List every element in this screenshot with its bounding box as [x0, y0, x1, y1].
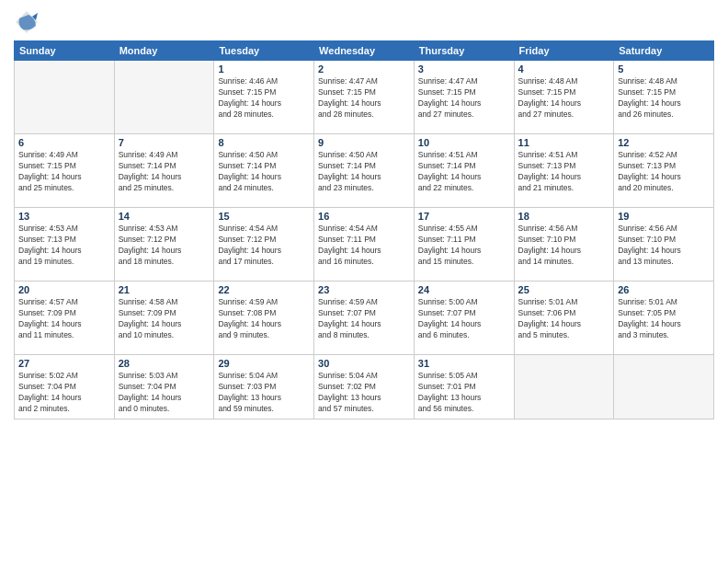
day-number: 21	[119, 284, 210, 295]
day-info: Sunrise: 4:57 AM Sunset: 7:09 PM Dayligh…	[18, 297, 110, 341]
day-info: Sunrise: 4:58 AM Sunset: 7:09 PM Dayligh…	[119, 297, 210, 341]
day-number: 10	[418, 137, 510, 148]
day-number: 18	[518, 211, 610, 222]
day-info: Sunrise: 4:55 AM Sunset: 7:11 PM Dayligh…	[418, 224, 510, 268]
calendar-cell: 12Sunrise: 4:52 AM Sunset: 7:13 PM Dayli…	[614, 134, 714, 208]
calendar-cell: 24Sunrise: 5:00 AM Sunset: 7:07 PM Dayli…	[414, 282, 514, 355]
calendar-cell: 28Sunrise: 5:03 AM Sunset: 7:04 PM Dayli…	[114, 355, 214, 419]
calendar-cell: 14Sunrise: 4:53 AM Sunset: 7:12 PM Dayli…	[114, 208, 214, 282]
day-number: 15	[218, 211, 310, 222]
calendar-cell: 19Sunrise: 4:56 AM Sunset: 7:10 PM Dayli…	[614, 208, 714, 282]
day-number: 14	[119, 211, 210, 222]
day-number: 5	[618, 63, 710, 75]
calendar-cell: 9Sunrise: 4:50 AM Sunset: 7:14 PM Daylig…	[314, 134, 415, 208]
day-info: Sunrise: 4:49 AM Sunset: 7:14 PM Dayligh…	[119, 150, 210, 194]
logo	[14, 9, 43, 35]
calendar-cell: 10Sunrise: 4:51 AM Sunset: 7:14 PM Dayli…	[414, 134, 514, 208]
day-info: Sunrise: 4:56 AM Sunset: 7:10 PM Dayligh…	[618, 224, 710, 268]
calendar-cell: 2Sunrise: 4:47 AM Sunset: 7:15 PM Daylig…	[314, 61, 415, 134]
weekday-header-sunday: Sunday	[15, 41, 115, 61]
day-info: Sunrise: 4:52 AM Sunset: 7:13 PM Dayligh…	[618, 150, 710, 194]
day-info: Sunrise: 5:01 AM Sunset: 7:05 PM Dayligh…	[618, 297, 710, 341]
day-number: 27	[18, 358, 110, 369]
calendar-cell: 16Sunrise: 4:54 AM Sunset: 7:11 PM Dayli…	[314, 208, 415, 282]
day-number: 29	[218, 358, 310, 369]
day-info: Sunrise: 4:48 AM Sunset: 7:15 PM Dayligh…	[518, 76, 610, 121]
day-info: Sunrise: 4:51 AM Sunset: 7:14 PM Dayligh…	[418, 150, 510, 194]
day-number: 28	[119, 358, 210, 369]
calendar-cell: 17Sunrise: 4:55 AM Sunset: 7:11 PM Dayli…	[414, 208, 514, 282]
day-info: Sunrise: 4:47 AM Sunset: 7:15 PM Dayligh…	[418, 76, 510, 121]
day-info: Sunrise: 5:04 AM Sunset: 7:02 PM Dayligh…	[318, 371, 410, 415]
day-info: Sunrise: 4:54 AM Sunset: 7:12 PM Dayligh…	[218, 224, 310, 268]
logo-icon	[14, 9, 40, 35]
calendar-cell	[514, 355, 614, 419]
day-info: Sunrise: 4:48 AM Sunset: 7:15 PM Dayligh…	[618, 76, 710, 121]
day-number: 11	[518, 137, 610, 148]
calendar-cell: 22Sunrise: 4:59 AM Sunset: 7:08 PM Dayli…	[214, 282, 314, 355]
calendar-cell: 1Sunrise: 4:46 AM Sunset: 7:15 PM Daylig…	[214, 61, 314, 134]
day-info: Sunrise: 5:05 AM Sunset: 7:01 PM Dayligh…	[418, 371, 510, 415]
calendar-cell: 26Sunrise: 5:01 AM Sunset: 7:05 PM Dayli…	[614, 282, 714, 355]
day-number: 26	[618, 284, 710, 295]
calendar-cell: 31Sunrise: 5:05 AM Sunset: 7:01 PM Dayli…	[414, 355, 514, 419]
day-info: Sunrise: 5:02 AM Sunset: 7:04 PM Dayligh…	[18, 371, 110, 415]
day-number: 31	[418, 358, 510, 369]
day-info: Sunrise: 4:51 AM Sunset: 7:13 PM Dayligh…	[518, 150, 610, 194]
weekday-header-monday: Monday	[114, 41, 214, 61]
day-info: Sunrise: 5:04 AM Sunset: 7:03 PM Dayligh…	[218, 371, 310, 415]
calendar-cell: 20Sunrise: 4:57 AM Sunset: 7:09 PM Dayli…	[15, 282, 115, 355]
day-number: 12	[618, 137, 710, 148]
calendar-cell: 5Sunrise: 4:48 AM Sunset: 7:15 PM Daylig…	[614, 61, 714, 134]
calendar-cell: 13Sunrise: 4:53 AM Sunset: 7:13 PM Dayli…	[15, 208, 115, 282]
day-number: 17	[418, 211, 510, 222]
day-number: 22	[218, 284, 310, 295]
calendar-cell: 23Sunrise: 4:59 AM Sunset: 7:07 PM Dayli…	[314, 282, 415, 355]
calendar-cell: 8Sunrise: 4:50 AM Sunset: 7:14 PM Daylig…	[214, 134, 314, 208]
calendar-cell: 21Sunrise: 4:58 AM Sunset: 7:09 PM Dayli…	[114, 282, 214, 355]
calendar-table: SundayMondayTuesdayWednesdayThursdayFrid…	[14, 40, 714, 419]
day-number: 3	[418, 63, 510, 75]
weekday-header-tuesday: Tuesday	[214, 41, 314, 61]
day-number: 8	[218, 137, 310, 148]
day-info: Sunrise: 4:50 AM Sunset: 7:14 PM Dayligh…	[218, 150, 310, 194]
day-number: 2	[318, 63, 410, 75]
day-number: 30	[318, 358, 410, 369]
day-number: 6	[18, 137, 110, 148]
calendar-cell: 15Sunrise: 4:54 AM Sunset: 7:12 PM Dayli…	[214, 208, 314, 282]
calendar-cell: 25Sunrise: 5:01 AM Sunset: 7:06 PM Dayli…	[514, 282, 614, 355]
calendar-cell: 27Sunrise: 5:02 AM Sunset: 7:04 PM Dayli…	[15, 355, 115, 419]
calendar-cell	[15, 61, 115, 134]
day-number: 24	[418, 284, 510, 295]
day-number: 4	[518, 63, 610, 75]
calendar-cell: 4Sunrise: 4:48 AM Sunset: 7:15 PM Daylig…	[514, 61, 614, 134]
calendar-cell	[114, 61, 214, 134]
calendar-cell: 11Sunrise: 4:51 AM Sunset: 7:13 PM Dayli…	[514, 134, 614, 208]
day-info: Sunrise: 5:00 AM Sunset: 7:07 PM Dayligh…	[418, 297, 510, 341]
day-info: Sunrise: 4:49 AM Sunset: 7:15 PM Dayligh…	[18, 150, 110, 194]
day-info: Sunrise: 4:59 AM Sunset: 7:08 PM Dayligh…	[218, 297, 310, 341]
day-number: 19	[618, 211, 710, 222]
day-number: 16	[318, 211, 410, 222]
day-info: Sunrise: 4:53 AM Sunset: 7:12 PM Dayligh…	[119, 224, 210, 268]
weekday-header-thursday: Thursday	[414, 41, 514, 61]
day-number: 1	[218, 63, 310, 75]
day-number: 9	[318, 137, 410, 148]
day-info: Sunrise: 4:50 AM Sunset: 7:14 PM Dayligh…	[318, 150, 410, 194]
calendar-cell: 29Sunrise: 5:04 AM Sunset: 7:03 PM Dayli…	[214, 355, 314, 419]
day-info: Sunrise: 4:56 AM Sunset: 7:10 PM Dayligh…	[518, 224, 610, 268]
day-info: Sunrise: 4:59 AM Sunset: 7:07 PM Dayligh…	[318, 297, 410, 341]
day-info: Sunrise: 4:46 AM Sunset: 7:15 PM Dayligh…	[218, 76, 310, 121]
day-info: Sunrise: 5:01 AM Sunset: 7:06 PM Dayligh…	[518, 297, 610, 341]
day-number: 25	[518, 284, 610, 295]
day-number: 7	[119, 137, 210, 148]
calendar-cell: 6Sunrise: 4:49 AM Sunset: 7:15 PM Daylig…	[15, 134, 115, 208]
calendar-cell: 18Sunrise: 4:56 AM Sunset: 7:10 PM Dayli…	[514, 208, 614, 282]
calendar-page: SundayMondayTuesdayWednesdayThursdayFrid…	[0, 0, 728, 563]
day-info: Sunrise: 5:03 AM Sunset: 7:04 PM Dayligh…	[119, 371, 210, 415]
day-info: Sunrise: 4:53 AM Sunset: 7:13 PM Dayligh…	[18, 224, 110, 268]
calendar-cell	[614, 355, 714, 419]
page-header	[14, 9, 714, 35]
calendar-cell: 3Sunrise: 4:47 AM Sunset: 7:15 PM Daylig…	[414, 61, 514, 134]
day-info: Sunrise: 4:47 AM Sunset: 7:15 PM Dayligh…	[318, 76, 410, 121]
